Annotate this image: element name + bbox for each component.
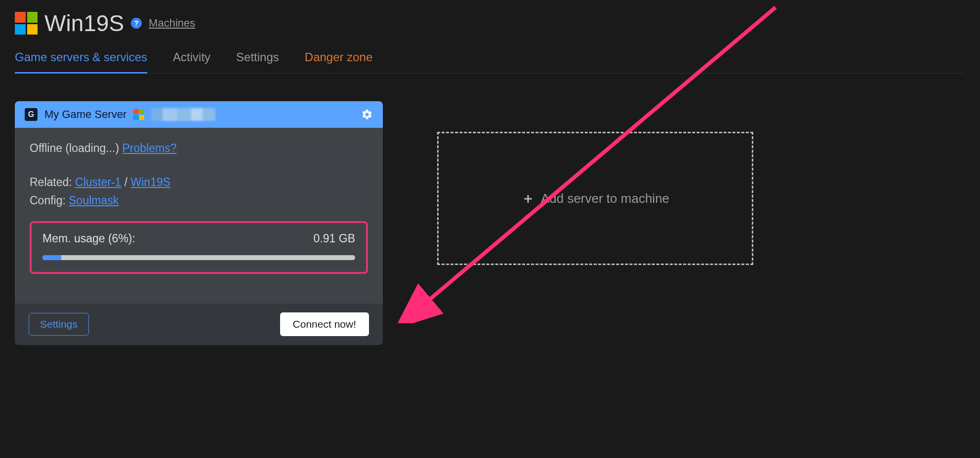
memory-progress-bar: [42, 255, 355, 260]
breadcrumb-machines[interactable]: Machines: [149, 17, 195, 30]
server-card-footer: Settings Connect now!: [15, 304, 383, 345]
config-line: Config: Soulmask: [30, 194, 368, 207]
problems-link[interactable]: Problems?: [122, 142, 177, 154]
server-name: My Game Server: [44, 108, 126, 121]
tab-danger-zone[interactable]: Danger zone: [305, 45, 372, 73]
server-card-header: G My Game Server: [15, 101, 383, 128]
connect-button[interactable]: Connect now!: [280, 312, 369, 336]
windows-logo-icon: [15, 12, 38, 35]
memory-usage-box: Mem. usage (6%): 0.91 GB: [30, 221, 368, 274]
related-line: Related: Cluster-1 / Win19S: [30, 176, 368, 189]
tab-game-servers[interactable]: Game servers & services: [15, 45, 147, 73]
related-cluster-link[interactable]: Cluster-1: [75, 176, 121, 189]
memory-label: Mem. usage (6%):: [42, 232, 135, 245]
config-link[interactable]: Soulmask: [69, 194, 119, 207]
redacted-tag: [151, 108, 215, 121]
memory-value: 0.91 GB: [314, 232, 355, 245]
add-server-button[interactable]: ＋ Add server to machine: [437, 132, 753, 265]
page-header: Win19S ? Machines: [15, 10, 965, 37]
tabs: Game servers & services Activity Setting…: [15, 45, 965, 74]
gear-icon[interactable]: [361, 109, 373, 120]
status-text: Offline (loading...): [30, 142, 119, 154]
add-server-label: Add server to machine: [541, 191, 669, 206]
plus-icon: ＋: [521, 189, 535, 208]
server-status: Offline (loading...) Problems?: [30, 142, 368, 155]
separator: /: [124, 176, 131, 189]
tab-activity[interactable]: Activity: [173, 45, 210, 73]
windows-logo-icon: [133, 109, 144, 120]
config-label: Config:: [30, 194, 66, 207]
game-badge-icon: G: [25, 108, 38, 121]
related-machine-link[interactable]: Win19S: [131, 176, 171, 189]
related-label: Related:: [30, 176, 72, 189]
settings-button[interactable]: Settings: [29, 313, 89, 336]
tab-settings[interactable]: Settings: [236, 45, 279, 73]
server-card: G My Game Server Offline (loading...) Pr…: [15, 101, 383, 345]
memory-progress-fill: [42, 255, 61, 260]
page-title: Win19S: [44, 10, 124, 37]
help-icon[interactable]: ?: [131, 18, 142, 29]
